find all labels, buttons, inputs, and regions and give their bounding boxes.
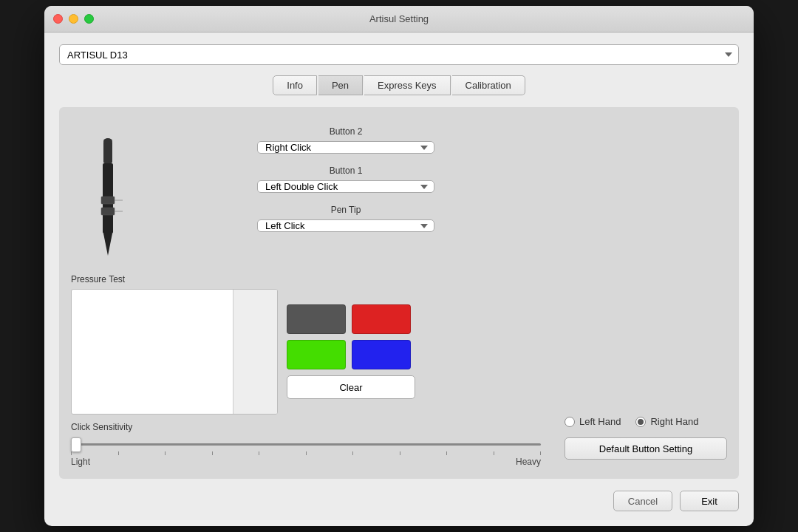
- left-section: Button 2 Right Click Left Click Middle C…: [71, 119, 541, 467]
- default-setting-button[interactable]: Default Button Setting: [565, 437, 727, 460]
- color-dark-button[interactable]: [287, 304, 346, 334]
- svg-rect-3: [101, 197, 115, 204]
- tick-7: [352, 451, 353, 455]
- svg-rect-4: [103, 141, 112, 163]
- tick-marks: [71, 451, 541, 455]
- tick-2: [118, 451, 119, 455]
- pen-image: [93, 119, 123, 267]
- tick-3: [165, 451, 166, 455]
- svg-point-5: [103, 138, 112, 144]
- full-layout: Button 2 Right Click Left Click Middle C…: [71, 119, 727, 467]
- pressure-canvas[interactable]: [71, 289, 278, 415]
- hand-options: Left Hand Right Hand: [565, 416, 727, 427]
- close-button[interactable]: [53, 14, 63, 24]
- right-hand-label: Right Hand: [650, 416, 698, 427]
- pressure-test-label: Pressure Test: [71, 274, 541, 284]
- pressure-test-section: Pressure Test: [71, 274, 541, 415]
- title-bar: Artisul Setting: [44, 6, 754, 33]
- slider-labels: Light Heavy: [71, 457, 541, 467]
- pentip-label: Pen Tip: [331, 205, 361, 215]
- svg-marker-0: [103, 233, 112, 256]
- button1-label: Button 1: [330, 166, 363, 176]
- tick-4: [212, 451, 213, 455]
- color-blue-button[interactable]: [352, 340, 411, 369]
- tick-8: [400, 451, 400, 455]
- tab-pen[interactable]: Pen: [318, 75, 363, 95]
- color-green-button[interactable]: [287, 340, 346, 369]
- button2-label: Button 2: [330, 126, 363, 137]
- device-select[interactable]: ARTISUL D13: [59, 44, 739, 65]
- pressure-canvas-side: [233, 290, 277, 414]
- pen-graphic-area: [71, 119, 145, 267]
- bottom-buttons: Cancel Exit: [59, 491, 739, 511]
- tick-9: [446, 451, 447, 455]
- window-content: ARTISUL D13 Info Pen Express Keys Calibr…: [44, 33, 754, 526]
- left-hand-label: Left Hand: [579, 416, 621, 427]
- color-red-button[interactable]: [352, 304, 411, 334]
- window-title: Artisul Setting: [369, 13, 429, 24]
- pentip-group: Pen Tip Left Click Right Click None: [151, 205, 541, 232]
- tab-express-keys[interactable]: Express Keys: [364, 75, 450, 95]
- tick-10: [494, 451, 494, 455]
- left-hand-radio[interactable]: [565, 417, 575, 427]
- tick-6: [306, 451, 307, 455]
- tick-5: [259, 451, 259, 455]
- left-hand-option[interactable]: Left Hand: [565, 416, 621, 427]
- maximize-button[interactable]: [84, 14, 94, 24]
- pressure-row: Clear: [71, 289, 541, 415]
- cancel-button[interactable]: Cancel: [613, 491, 672, 511]
- button-controls: Button 2 Right Click Left Click Middle C…: [151, 119, 541, 267]
- tab-calibration[interactable]: Calibration: [452, 75, 525, 95]
- pentip-select[interactable]: Left Click Right Click None: [257, 219, 434, 232]
- pen-svg: [93, 126, 123, 259]
- button2-group: Button 2 Right Click Left Click Middle C…: [151, 126, 541, 154]
- exit-button[interactable]: Exit: [680, 491, 739, 511]
- right-hand-option[interactable]: Right Hand: [635, 416, 698, 427]
- slider-max-label: Heavy: [516, 457, 541, 467]
- sensitivity-section: Click Sensitivity: [71, 422, 541, 467]
- device-select-row: ARTISUL D13: [59, 44, 739, 65]
- color-row-2: [287, 340, 415, 369]
- main-window: Artisul Setting ARTISUL D13 Info Pen Exp…: [44, 6, 754, 526]
- right-hand-radio[interactable]: [635, 417, 646, 427]
- tab-info[interactable]: Info: [273, 75, 317, 95]
- tick-11: [540, 451, 541, 455]
- traffic-lights: [53, 14, 94, 24]
- sensitivity-slider[interactable]: [71, 443, 541, 446]
- sensitivity-label: Click Sensitivity: [71, 422, 541, 432]
- tab-bar: Info Pen Express Keys Calibration: [59, 75, 739, 95]
- main-panel: Button 2 Right Click Left Click Middle C…: [59, 107, 739, 479]
- svg-rect-2: [101, 208, 115, 215]
- clear-button[interactable]: Clear: [287, 375, 415, 399]
- color-row-1: [287, 304, 415, 334]
- button1-group: Button 1 Left Double Click Right Click L…: [151, 166, 541, 193]
- button2-select[interactable]: Right Click Left Click Middle Click None: [257, 141, 434, 154]
- tick-1: [71, 451, 72, 455]
- minimize-button[interactable]: [69, 14, 78, 24]
- slider-min-label: Light: [71, 457, 90, 467]
- button1-select[interactable]: Left Double Click Right Click Left Click…: [257, 180, 434, 193]
- color-controls: Clear: [287, 289, 415, 415]
- right-panel: Left Hand Right Hand Default Button Sett…: [553, 119, 727, 467]
